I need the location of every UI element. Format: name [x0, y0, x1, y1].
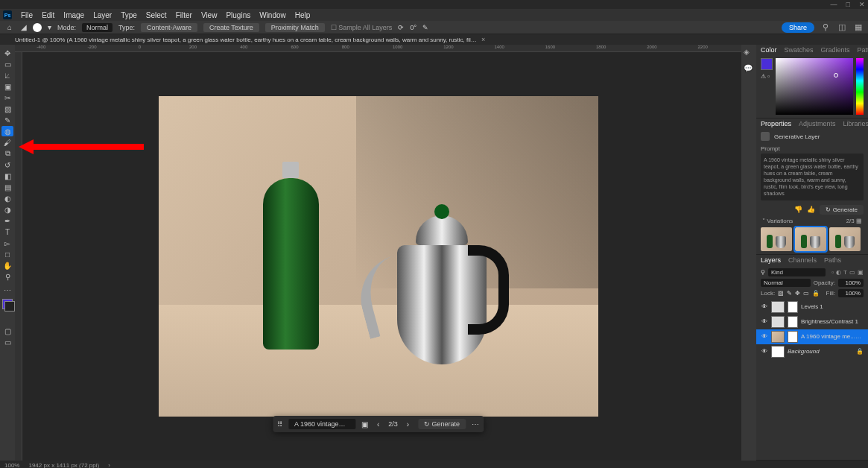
menu-edit[interactable]: Edit	[42, 11, 54, 19]
variations-view-icon[interactable]: ▦	[856, 218, 862, 224]
layer-mask[interactable]	[788, 301, 798, 313]
share-button[interactable]: Share	[782, 22, 814, 33]
fill-value[interactable]: 100%	[838, 289, 864, 297]
layers-search-icon[interactable]: ⚲	[761, 269, 765, 276]
thumb-down-icon[interactable]: 👎	[794, 206, 802, 213]
tab-color[interactable]: Color	[761, 46, 777, 54]
lock-artboard-icon[interactable]: ▭	[803, 290, 809, 297]
menu-select[interactable]: Select	[146, 11, 167, 19]
angle-icon[interactable]: ⟳	[398, 24, 404, 31]
color-foreground-swatch[interactable]	[761, 58, 773, 70]
taskbar-more-icon[interactable]: ⋯	[472, 420, 479, 429]
frame-tool[interactable]: ▧	[1, 104, 13, 114]
tab-layers[interactable]: Layers	[761, 256, 781, 264]
doc-dimensions[interactable]: 1942 px x 1411 px (72 ppi)	[28, 462, 99, 469]
filter-adjust-icon[interactable]: ◐	[836, 269, 841, 276]
properties-generate-button[interactable]: ↻ Generate	[820, 205, 864, 215]
proximity-match-button[interactable]: Proximity Match	[265, 23, 325, 32]
lock-transparent-icon[interactable]: ▨	[778, 290, 784, 297]
tool-preset-icon[interactable]: ◢	[21, 23, 27, 31]
taskbar-prompt[interactable]: A 1960 vintage…	[288, 419, 355, 429]
clone-stamp-tool[interactable]: ⧉	[1, 148, 13, 159]
crop-tool[interactable]: ✂	[1, 92, 13, 103]
document-tab[interactable]: Untitled-1 @ 100% (A 1960 vintage metall…	[15, 37, 477, 43]
angle-value[interactable]: 0°	[410, 24, 416, 31]
layer-thumb[interactable]	[771, 346, 785, 358]
foreground-background-color[interactable]	[2, 299, 13, 309]
layer-thumb[interactable]	[771, 316, 785, 328]
horizontal-ruler[interactable]: -400 -200 0 200 400 600 800 1000 1200 14…	[15, 45, 741, 52]
menu-filter[interactable]: Filter	[176, 11, 192, 19]
layer-row[interactable]: 👁 Background 🔒	[761, 344, 864, 359]
gradient-tool[interactable]: ▤	[1, 182, 13, 192]
layer-row[interactable]: 👁 Brightness/Contrast 1	[761, 314, 864, 329]
menu-image[interactable]: Image	[63, 11, 84, 19]
shape-tool[interactable]: □	[1, 249, 13, 259]
home-icon[interactable]: ⌂	[4, 22, 15, 33]
thumb-up-icon[interactable]: 👍	[807, 206, 815, 213]
options-gear-icon[interactable]: ◫	[837, 22, 847, 33]
filter-type-icon[interactable]: T	[843, 269, 847, 276]
lock-all-icon[interactable]: 🔒	[812, 290, 820, 297]
pen-tool[interactable]: ✒	[1, 215, 13, 226]
layer-mask[interactable]	[788, 316, 798, 328]
dodge-tool[interactable]: ◑	[1, 204, 13, 215]
color-warning-icon[interactable]: ⚠ ▫	[761, 73, 773, 80]
taskbar-drag-icon[interactable]: ⠿	[277, 420, 282, 429]
taskbar-next[interactable]: ›	[404, 420, 412, 429]
pressure-icon[interactable]: ✎	[422, 24, 428, 31]
blur-tool[interactable]: ◐	[1, 193, 13, 203]
filter-smart-icon[interactable]: ▣	[858, 269, 864, 276]
visibility-icon[interactable]: 👁	[761, 318, 768, 325]
color-picker-field[interactable]	[776, 58, 853, 115]
brush-preview[interactable]	[33, 23, 42, 32]
close-tab-icon[interactable]: ×	[481, 36, 485, 43]
menu-window[interactable]: Window	[259, 11, 286, 19]
taskbar-prev[interactable]: ‹	[374, 420, 382, 429]
brush-tool[interactable]: 🖌	[1, 137, 13, 148]
tab-swatches[interactable]: Swatches	[785, 46, 814, 54]
tab-gradients[interactable]: Gradients	[821, 46, 850, 54]
eraser-tool[interactable]: ◧	[1, 171, 13, 181]
tab-channels[interactable]: Channels	[788, 256, 817, 264]
menu-type[interactable]: Type	[121, 11, 137, 19]
lasso-tool[interactable]: ⟀	[1, 70, 13, 80]
filter-pixel-icon[interactable]: ▫	[831, 269, 834, 276]
panel-comments-icon[interactable]: 💬	[744, 64, 754, 75]
visibility-icon[interactable]: 👁	[761, 303, 768, 310]
edit-toolbar[interactable]: ⋯	[1, 285, 13, 295]
layer-name[interactable]: Brightness/Contrast 1	[801, 318, 864, 325]
filter-shape-icon[interactable]: ▭	[849, 269, 855, 276]
path-select-tool[interactable]: ▻	[1, 238, 13, 248]
menu-layer[interactable]: Layer	[93, 11, 112, 19]
tab-patterns[interactable]: Patterns	[858, 46, 868, 54]
hue-slider[interactable]	[856, 58, 864, 115]
visibility-icon[interactable]: 👁	[761, 348, 768, 355]
variations-chevron-icon[interactable]: ˅	[762, 218, 765, 224]
status-chevron-icon[interactable]: ›	[108, 462, 110, 469]
quick-mask-icon[interactable]: ▢	[1, 326, 13, 336]
zoom-tool[interactable]: ⚲	[1, 271, 13, 282]
variation-thumb-3[interactable]	[829, 227, 861, 251]
layer-row-selected[interactable]: 👁 A 1960 vintage me...ew, long shadows	[756, 329, 868, 344]
mode-select[interactable]: Normal	[82, 23, 113, 32]
variation-thumb-2[interactable]	[795, 227, 826, 251]
visibility-icon[interactable]: 👁	[761, 333, 768, 340]
window-maximize[interactable]: □	[846, 1, 850, 8]
zoom-level[interactable]: 100%	[4, 462, 19, 469]
menu-view[interactable]: View	[201, 11, 218, 19]
hand-tool[interactable]: ✋	[1, 260, 13, 271]
search-icon[interactable]: ⚲	[820, 22, 831, 33]
layer-row[interactable]: 👁 Levels 1	[761, 300, 864, 314]
variation-thumb-1[interactable]	[761, 227, 792, 251]
layer-name[interactable]: Levels 1	[801, 303, 864, 310]
tab-properties[interactable]: Properties	[761, 120, 791, 127]
menu-help[interactable]: Help	[295, 11, 311, 19]
window-close[interactable]: ✕	[859, 1, 865, 8]
layer-name[interactable]: A 1960 vintage me...ew, long shadows	[801, 333, 864, 340]
menu-plugins[interactable]: Plugins	[226, 11, 250, 19]
layer-thumb[interactable]	[771, 331, 785, 343]
taskbar-image-icon[interactable]: ▣	[361, 420, 368, 429]
screen-mode-icon[interactable]: ▭	[1, 337, 13, 347]
content-aware-button[interactable]: Content-Aware	[141, 23, 197, 32]
